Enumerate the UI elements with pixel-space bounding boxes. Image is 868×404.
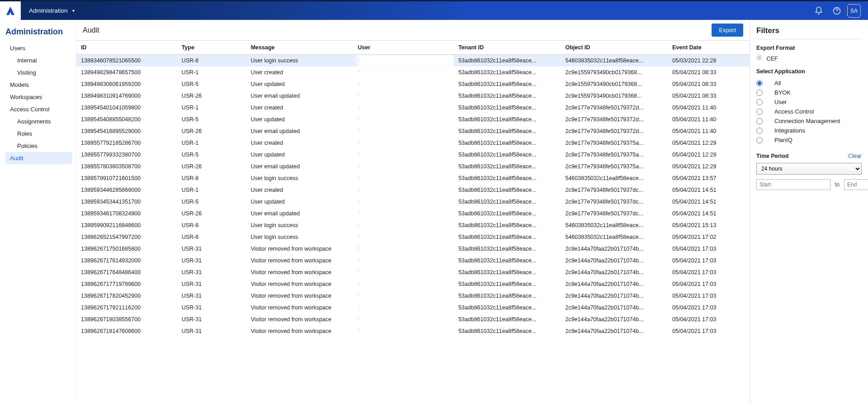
export-format-label: Export Format (756, 45, 862, 51)
app-filter-integrations[interactable]: Integrations (756, 126, 862, 135)
export-format-cef[interactable]: CEF (756, 55, 778, 62)
sidebar-subitem-internal[interactable]: Internal (5, 54, 72, 67)
table-row[interactable]: 1389626718147608600USR-31Visitor removed… (76, 325, 750, 337)
app-filter-radio[interactable] (756, 80, 763, 86)
app-filter-radio[interactable] (756, 137, 763, 143)
table-row[interactable]: 1389498298478657500USR-1User created553a… (76, 67, 750, 78)
select-app-label: Select Application (756, 68, 862, 75)
table-row[interactable]: 1389545416895529000USR-26User email upda… (76, 125, 750, 137)
sidebar-item-workspaces[interactable]: Workspaces (5, 91, 72, 103)
cell-user: 5 (353, 67, 454, 78)
table-row[interactable]: 1389626717614932000USR-31Visitor removed… (76, 255, 750, 266)
cell-user: 5 (353, 290, 454, 302)
app-filter-radio[interactable] (756, 109, 763, 115)
col-id[interactable]: ID (76, 41, 177, 55)
table-row[interactable]: 1389626717501685800USR-31Visitor removed… (76, 243, 750, 255)
cell-user: 5 (353, 196, 454, 208)
time-period-select[interactable]: 24 hours (756, 163, 862, 175)
col-object-id[interactable]: Object ID (561, 41, 668, 55)
end-date-input[interactable] (844, 179, 868, 190)
table-row[interactable]: 1389346078521065500USR-8User login succe… (76, 55, 750, 67)
app-switcher[interactable]: Administration ▾ (21, 1, 86, 20)
notifications-button[interactable] (811, 3, 826, 19)
filters-panel: Filters Export Format CEF Select Applica… (750, 20, 868, 404)
table-row[interactable]: 1389593453441351700USR-5User updated553a… (76, 196, 750, 208)
app-filter-label: Access Control (768, 108, 814, 115)
app-filter-access-control[interactable]: Access Control (756, 107, 862, 116)
app-name: Administration (29, 7, 68, 14)
col-user[interactable]: User (353, 41, 454, 55)
sidebar-subitem-assignments[interactable]: Assignments (5, 115, 72, 128)
export-button[interactable]: Export (712, 24, 743, 37)
user-avatar[interactable]: SA (847, 4, 861, 18)
table-row[interactable]: 1389545408855048200USR-5User updated553a… (76, 114, 750, 125)
avatar-initials: SA (850, 8, 858, 14)
export-format-radio[interactable] (756, 55, 762, 61)
app-filter-radio[interactable] (756, 128, 763, 134)
cell-user: 5 (353, 55, 454, 67)
cell-user: 5 (353, 172, 454, 184)
sidebar-item-audit[interactable]: Audit (5, 152, 72, 164)
table-row[interactable]: 1389593461708324900USR-26User email upda… (76, 208, 750, 219)
app-filter-user[interactable]: User (756, 97, 862, 107)
table-row[interactable]: 1389557799332380700USR-5User updated553a… (76, 149, 750, 161)
table-row[interactable]: 1389626521547997200USR-8User login succe… (76, 231, 750, 243)
table-row[interactable]: 1389579910721601500USR-8User login succe… (76, 172, 750, 184)
cell-user: 5 (353, 208, 454, 219)
top-nav: Administration ▾ SA (0, 0, 868, 20)
start-date-input[interactable] (756, 179, 830, 190)
cell-user: 5 (353, 219, 454, 231)
sidebar-item-users[interactable]: Users (5, 42, 72, 54)
table-row[interactable]: 1389626717921116200USR-31Visitor removed… (76, 302, 750, 314)
help-button[interactable] (829, 3, 844, 19)
bell-icon (814, 6, 823, 15)
time-period-label: Time Period (756, 153, 788, 159)
table-row[interactable]: 1389545401041059800USR-1User created553a… (76, 102, 750, 114)
cell-user: 5 (353, 149, 454, 161)
table-row[interactable]: 1389557803803508700USR-26User email upda… (76, 161, 750, 172)
sidebar-subitem-roles[interactable]: Roles (5, 128, 72, 140)
cell-user: 5 (353, 231, 454, 243)
audit-table-scroll[interactable]: IDTypeMessageUserTenant IDObject IDEvent… (76, 41, 750, 404)
cell-user: 5 (353, 302, 454, 314)
sidebar-subitem-policies[interactable]: Policies (5, 140, 72, 152)
app-filter-radio[interactable] (756, 99, 763, 105)
app-filter-label: BYOK (768, 89, 791, 96)
app-filter-radio[interactable] (756, 90, 763, 96)
export-format-option-label: CEF (766, 56, 778, 62)
col-event-date[interactable]: Event Date (668, 41, 750, 55)
audit-table: IDTypeMessageUserTenant IDObject IDEvent… (76, 41, 750, 337)
table-row[interactable]: 1389626717648486400USR-31Visitor removed… (76, 266, 750, 278)
table-row[interactable]: 1389626718038556700USR-31Visitor removed… (76, 314, 750, 325)
app-filter-byok[interactable]: BYOK (756, 88, 862, 97)
clear-link[interactable]: Clear (848, 153, 862, 159)
col-type[interactable]: Type (177, 41, 246, 55)
app-filter-label: User (768, 99, 787, 105)
table-row[interactable]: 1389599092116848600USR-8User login succe… (76, 219, 750, 231)
app-filter-planiq[interactable]: PlanIQ (756, 135, 862, 145)
col-tenant-id[interactable]: Tenant ID (454, 41, 561, 55)
col-message[interactable]: Message (246, 41, 354, 55)
table-row[interactable]: 1389593446285869000USR-1User created553a… (76, 184, 750, 196)
app-filter-connection-management[interactable]: Connection Management (756, 116, 862, 126)
table-row[interactable]: 1389498306061959200USR-5User updated553a… (76, 78, 750, 90)
sidebar-item-models[interactable]: Models (5, 79, 72, 91)
help-icon (832, 6, 841, 15)
filters-title: Filters (756, 26, 862, 35)
cell-user: 5 (353, 266, 454, 278)
logo-icon (5, 6, 15, 16)
table-row[interactable]: 1389626717719789600USR-31Visitor removed… (76, 278, 750, 290)
sidebar-item-access-control[interactable]: Access Control (5, 103, 72, 115)
nav-title: Administration (5, 27, 72, 37)
left-nav: Administration UsersInternalVisitingMode… (0, 20, 76, 404)
app-filter-radio[interactable] (756, 118, 763, 124)
sidebar-subitem-visiting[interactable]: Visiting (5, 67, 72, 79)
app-filter-all[interactable]: All (756, 78, 862, 88)
app-logo[interactable] (0, 1, 21, 20)
cell-user: 5 (353, 278, 454, 290)
table-row[interactable]: 1389557792185286700USR-1User created553a… (76, 137, 750, 149)
table-row[interactable]: 1389626717820452900USR-31Visitor removed… (76, 290, 750, 302)
table-header-row: IDTypeMessageUserTenant IDObject IDEvent… (76, 41, 750, 55)
divider (756, 39, 862, 39)
table-row[interactable]: 1389498310914769000USR-26User email upda… (76, 90, 750, 102)
